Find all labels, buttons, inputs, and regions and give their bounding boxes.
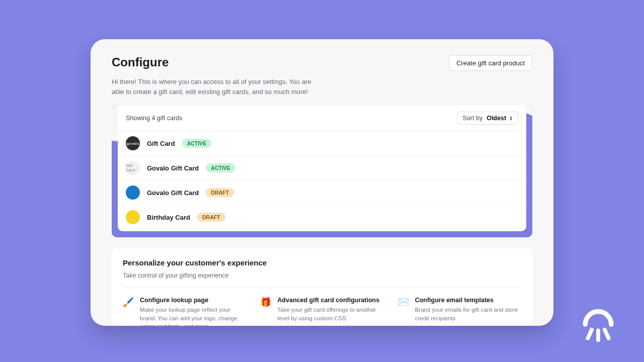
app-window: Configure Create gift card product Hi th… — [91, 39, 553, 326]
create-gift-card-button[interactable]: Create gift card product — [449, 55, 532, 71]
status-badge: DRAFT — [206, 188, 234, 197]
status-badge: ACTIVE — [206, 163, 235, 172]
sort-caret-icon: ▲▼ — [509, 116, 513, 121]
feature-text: Advanced gift card configurationsTake yo… — [277, 297, 383, 326]
gift-card-name: Govalo Gift Card — [147, 164, 199, 172]
feature-text: Configure email templatesBrand your emai… — [415, 297, 521, 326]
sort-prefix: Sort by — [463, 115, 483, 122]
page-title: Configure — [112, 55, 169, 69]
feature-text: Configure lookup pageMake your lookup pa… — [140, 297, 246, 326]
list-header: Showing 4 gift cards Sort by Oldest ▲▼ — [118, 106, 526, 131]
gift-card-row[interactable]: govaloGift CardACTIVE — [118, 131, 526, 156]
svg-line-1 — [588, 330, 592, 338]
sort-value: Oldest — [487, 115, 506, 122]
gift-card-name: Birthday Card — [147, 214, 190, 221]
gift-card-row[interactable]: Birthday CardDRAFT — [118, 205, 526, 231]
gift-card-avatar — [126, 210, 140, 224]
brand-logo-icon — [577, 304, 620, 347]
svg-line-2 — [605, 330, 609, 338]
page-subtitle: Hi there! This is where you can access t… — [112, 77, 313, 97]
brush-icon: 🖌️ — [123, 297, 134, 308]
feature-grid: 🖌️Configure lookup pageMake your lookup … — [123, 288, 521, 326]
feature-desc: Make your lookup page reflect your brand… — [140, 306, 246, 326]
personalize-title: Personalize your customer's experience — [123, 258, 521, 267]
feature-title: Configure email templates — [415, 297, 521, 304]
showing-count: Showing 4 gift cards — [126, 115, 183, 122]
gift-icon: 🎁 — [260, 297, 271, 308]
gift-card-row[interactable]: Govalo Gift CardDRAFT — [118, 180, 526, 205]
status-badge: ACTIVE — [182, 139, 212, 148]
feature-title: Advanced gift card configurations — [277, 297, 383, 304]
status-badge: DRAFT — [197, 213, 225, 222]
gift-card-list-card: Showing 4 gift cards Sort by Oldest ▲▼ g… — [118, 106, 526, 231]
gift-card-avatar — [126, 186, 140, 200]
gift-card-name: Govalo Gift Card — [147, 189, 199, 197]
feature-desc: Take your gift card offerings to another… — [277, 306, 383, 322]
gift-card-name: Gift Card — [147, 140, 175, 147]
feature-item[interactable]: ✉️Configure email templatesBrand your em… — [398, 297, 521, 326]
gift-card-row[interactable]: Gift CardGovalo Gift CardACTIVE — [118, 156, 526, 180]
gift-card-avatar: Gift Card — [126, 161, 140, 175]
mail-icon: ✉️ — [398, 297, 409, 308]
personalize-card: Personalize your customer's experience T… — [112, 248, 532, 326]
feature-title: Configure lookup page — [140, 297, 246, 304]
personalize-subtitle: Take control of your gifting experience — [123, 272, 521, 288]
page-header: Configure Create gift card product — [112, 55, 532, 71]
sort-button[interactable]: Sort by Oldest ▲▼ — [457, 112, 518, 125]
feature-item[interactable]: 🎁Advanced gift card configurationsTake y… — [260, 297, 383, 326]
feature-desc: Brand your emails for gift card and stor… — [415, 306, 521, 322]
feature-item[interactable]: 🖌️Configure lookup pageMake your lookup … — [123, 297, 246, 326]
gift-card-panel: Showing 4 gift cards Sort by Oldest ▲▼ g… — [112, 106, 532, 237]
gift-card-rows: govaloGift CardACTIVEGift CardGovalo Gif… — [118, 131, 526, 231]
gift-card-avatar: govalo — [126, 136, 140, 150]
